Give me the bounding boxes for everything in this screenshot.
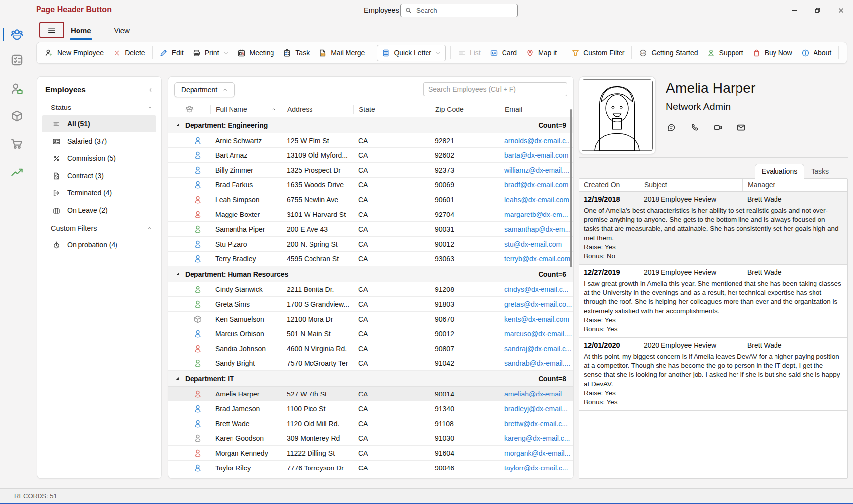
column-header-email[interactable]: Email bbox=[500, 105, 573, 114]
toolbar-button-delete[interactable]: Delete bbox=[108, 45, 149, 61]
nav-group-custom-filters[interactable]: Custom Filters bbox=[37, 219, 161, 236]
toolbar-button-map-it[interactable]: Map it bbox=[521, 45, 561, 61]
detail-tab-tasks[interactable]: Tasks bbox=[804, 164, 836, 178]
toolbar-button-new-employee[interactable]: New Employee bbox=[40, 45, 108, 61]
title-search-input[interactable]: Search bbox=[400, 4, 518, 17]
email-link[interactable]: ameliah@dx-email... bbox=[500, 390, 573, 398]
toolbar-button-meeting[interactable]: Meeting bbox=[233, 45, 279, 61]
evaluation-row[interactable]: 12/27/20192019 Employee ReviewBrett Wade bbox=[579, 265, 847, 279]
group-by-department-chip[interactable]: Department bbox=[174, 82, 235, 97]
column-header-state[interactable]: State bbox=[353, 105, 430, 114]
column-header-row-icon[interactable] bbox=[168, 105, 210, 114]
email-link[interactable]: sandraj@dx-email.c... bbox=[500, 345, 573, 353]
nav-item-all-51[interactable]: All (51) bbox=[42, 115, 156, 132]
detail-tab-evaluations[interactable]: Evaluations bbox=[755, 164, 804, 179]
employee-row-sandy-bright[interactable]: Sandy Bright7570 McGroarty TerCA91042san… bbox=[168, 356, 573, 371]
toolbar-button-custom-filter[interactable]: Custom Filter bbox=[567, 45, 629, 61]
eval-column-header-subject[interactable]: Subject bbox=[639, 179, 742, 191]
nav-item-salaried-37[interactable]: Salaried (37) bbox=[42, 133, 156, 149]
chevron-left-icon[interactable] bbox=[147, 87, 154, 93]
rail-item-products[interactable] bbox=[0, 106, 33, 126]
column-header-full-name[interactable]: Full Name bbox=[210, 105, 282, 114]
employee-row-brad-farkus[interactable]: Brad Farkus1635 Woods DriveCA90069bradf@… bbox=[168, 178, 573, 192]
eval-column-header-manager[interactable]: Manager bbox=[742, 179, 847, 191]
group-row-department-engineering[interactable]: Department: EngineeringCount=9 bbox=[168, 117, 573, 133]
toolbar-button-card[interactable]: Card bbox=[485, 45, 521, 61]
toolbar-button-task[interactable]: Task bbox=[278, 45, 314, 61]
email-link[interactable]: morgank@dx-email... bbox=[500, 449, 573, 457]
column-header-zip-code[interactable]: Zip Code bbox=[430, 105, 500, 114]
email-link[interactable]: cindys@dx-email.c... bbox=[500, 286, 573, 293]
email-link[interactable]: bradf@dx-email.com bbox=[500, 181, 573, 189]
rail-item-employees[interactable] bbox=[0, 25, 33, 44]
employee-row-bart-arnaz[interactable]: Bart Arnaz13109 Old Myford...CA92602bart… bbox=[168, 148, 573, 163]
toolbar-button-support[interactable]: Support bbox=[702, 45, 748, 61]
email-link[interactable]: sandrab@dx-email.... bbox=[500, 360, 573, 367]
scrollbar-thumb[interactable] bbox=[570, 109, 572, 267]
toolbar-button-edit[interactable]: Edit bbox=[155, 45, 188, 61]
email-link[interactable]: samanthap@dx-em... bbox=[500, 225, 573, 233]
email-link[interactable]: margaretb@dx-em... bbox=[500, 211, 573, 218]
employee-row-sandra-johnson[interactable]: Sandra Johnson4600 N Virginia Rd.CA90807… bbox=[168, 341, 573, 356]
grid-search-input[interactable]: Search Employees (Ctrl + F) bbox=[423, 82, 567, 96]
employee-row-karen-goodson[interactable]: Karen Goodson309 Monterey RdCA91030karen… bbox=[168, 431, 573, 446]
employee-row-brad-jameson[interactable]: Brad Jameson1100 Pico StCA91340bradleyj@… bbox=[168, 401, 573, 416]
nav-item-on-probation-4[interactable]: On probation (4) bbox=[42, 236, 156, 253]
contact-phone-button[interactable] bbox=[690, 123, 699, 132]
maximize-button[interactable] bbox=[806, 0, 829, 20]
email-link[interactable]: williamz@dx-email.... bbox=[500, 166, 573, 174]
rail-item-sales[interactable] bbox=[0, 134, 33, 153]
ribbon-tab-view[interactable]: View bbox=[113, 22, 131, 39]
toolbar-button-mail-merge[interactable]: Mail Merge bbox=[314, 45, 369, 61]
nav-item-terminated-4[interactable]: Terminated (4) bbox=[42, 184, 156, 201]
employee-row-terry-bradley[interactable]: Terry Bradley4595 Cochran StCA93063terry… bbox=[168, 252, 573, 266]
rail-item-tasks[interactable] bbox=[0, 50, 33, 70]
contact-video-button[interactable] bbox=[713, 123, 723, 132]
email-link[interactable]: bradleyj@dx-email... bbox=[500, 405, 573, 413]
rail-item-analytics[interactable] bbox=[0, 162, 33, 181]
employee-row-stu-pizaro[interactable]: Stu Pizaro200 N. Spring StCA90012stu@dx-… bbox=[168, 237, 573, 252]
minimize-button[interactable] bbox=[783, 0, 806, 20]
grid-scrollbar[interactable] bbox=[570, 104, 572, 475]
column-header-address[interactable]: Address bbox=[282, 105, 353, 114]
employee-row-greta-sims[interactable]: Greta Sims1700 S Grandview...CA91803gret… bbox=[168, 297, 573, 312]
group-row-department-it[interactable]: Department: ITCount=8 bbox=[168, 371, 573, 387]
nav-item-on-leave-2[interactable]: On Leave (2) bbox=[42, 202, 156, 218]
employee-row-taylor-riley[interactable]: Taylor Riley7776 Torreyson DrCA90046tayl… bbox=[168, 461, 573, 475]
toolbar-button-quick-letter[interactable]: Quick Letter bbox=[377, 45, 445, 61]
eval-column-header-created-on[interactable]: Created On bbox=[579, 179, 639, 191]
employee-row-amelia-harper[interactable]: Amelia Harper527 W 7th StCA90014ameliah@… bbox=[168, 387, 573, 401]
ribbon-tab-home[interactable]: Home bbox=[70, 22, 92, 39]
employee-row-billy-zimmer[interactable]: Billy Zimmer1325 Prospect DrCA92373willi… bbox=[168, 163, 573, 178]
email-link[interactable]: kents@dx-email.com bbox=[500, 315, 573, 323]
nav-item-commission-5[interactable]: Commission (5) bbox=[42, 150, 156, 167]
email-link[interactable]: kareng@dx-email.c... bbox=[500, 434, 573, 442]
email-link[interactable]: arnolds@dx-email.c... bbox=[500, 137, 573, 144]
employee-row-arnie-schwartz[interactable]: Arnie Schwartz125 W Elm StCA92821arnolds… bbox=[168, 133, 573, 148]
email-link[interactable]: terryb@dx-email.com bbox=[500, 255, 573, 263]
hamburger-menu-button[interactable] bbox=[39, 22, 64, 38]
email-link[interactable]: stu@dx-email.com bbox=[500, 240, 573, 248]
employee-row-ken-samuelson[interactable]: Ken Samuelson12100 Mora DrCA90670kents@d… bbox=[168, 312, 573, 326]
email-link[interactable]: marcuso@dx-email.... bbox=[500, 330, 573, 338]
toolbar-button-about[interactable]: About bbox=[797, 45, 836, 61]
employee-row-leah-simpson[interactable]: Leah Simpson6755 Newlin AveCA90601leahs@… bbox=[168, 192, 573, 207]
page-header-button[interactable]: Page Header Button bbox=[36, 5, 112, 14]
rail-item-customers[interactable] bbox=[0, 79, 33, 99]
group-row-department-human-resources[interactable]: Department: Human ResourcesCount=6 bbox=[168, 266, 573, 282]
email-link[interactable]: gretas@dx-email.co... bbox=[500, 300, 573, 308]
nav-group-status[interactable]: Status bbox=[37, 98, 161, 115]
evaluation-row[interactable]: 12/01/20202020 Employee ReviewBrett Wade bbox=[579, 338, 847, 352]
employee-row-maggie-boxter[interactable]: Maggie Boxter3101 W Harvard StCA92704mar… bbox=[168, 207, 573, 222]
email-link[interactable]: taylorr@dx-email.c... bbox=[500, 464, 573, 472]
toolbar-button-print[interactable]: Print bbox=[188, 45, 233, 61]
employee-row-marcus-orbison[interactable]: Marcus Orbison501 N Main StCA90012marcus… bbox=[168, 326, 573, 341]
employee-row-morgan-kennedy[interactable]: Morgan Kennedy11222 Dilling StCA91604mor… bbox=[168, 446, 573, 461]
toolbar-button-buy-now[interactable]: Buy Now bbox=[748, 45, 797, 61]
employee-row-brett-wade[interactable]: Brett Wade1120 Old Mill Rd.CA91108brettw… bbox=[168, 416, 573, 431]
contact-envelope-button[interactable] bbox=[737, 123, 746, 132]
employee-row-samantha-piper[interactable]: Samantha Piper200 E Ave 43CA90031samanth… bbox=[168, 222, 573, 237]
contact-chat-button[interactable] bbox=[667, 123, 676, 132]
evaluation-row[interactable]: 12/19/20182018 Employee ReviewBrett Wade bbox=[579, 192, 847, 206]
email-link[interactable]: brettw@dx-email.c... bbox=[500, 420, 573, 428]
